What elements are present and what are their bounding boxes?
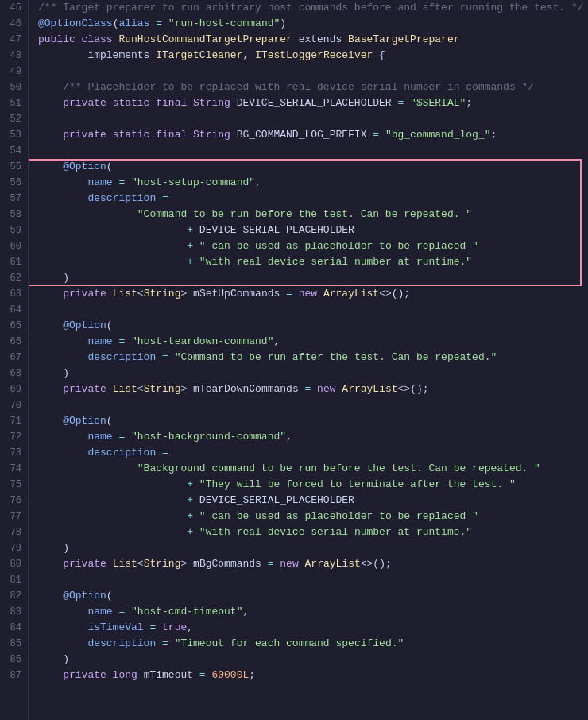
line-number: 46 — [0, 16, 21, 32]
code-line — [38, 111, 588, 127]
line-number: 58 — [0, 207, 21, 223]
line-number: 68 — [0, 366, 21, 381]
code-line: name = "host-teardown-command", — [38, 334, 588, 350]
line-number: 85 — [0, 636, 21, 652]
code-line: /** Placeholder to be replaced with real… — [38, 79, 588, 95]
line-number: 57 — [0, 191, 21, 207]
code-line: + DEVICE_SERIAL_PLACEHOLDER — [38, 223, 588, 238]
line-number: 45 — [0, 0, 21, 16]
line-number: 51 — [0, 95, 21, 111]
code-line — [38, 572, 588, 588]
code-line: private static final String DEVICE_SERIA… — [38, 95, 588, 111]
code-line: name = "host-background-command", — [38, 429, 588, 445]
line-number: 69 — [0, 381, 21, 397]
line-number: 49 — [0, 64, 21, 79]
code-line: description = "Timeout for each command … — [38, 636, 588, 652]
line-number: 82 — [0, 588, 21, 604]
line-number: 66 — [0, 334, 21, 350]
line-number: 80 — [0, 556, 21, 572]
line-number: 64 — [0, 302, 21, 318]
line-number: 47 — [0, 32, 21, 48]
code-line: name = "host-setup-command", — [38, 175, 588, 191]
line-number: 78 — [0, 525, 21, 540]
line-number: 72 — [0, 429, 21, 445]
code-line: description = — [38, 191, 588, 207]
line-number: 48 — [0, 48, 21, 64]
code-line: + "with real device serial number at run… — [38, 254, 588, 270]
code-line: @Option( — [38, 159, 588, 175]
line-number: 74 — [0, 461, 21, 477]
line-number: 70 — [0, 397, 21, 413]
code-line: "Command to be run before the test. Can … — [38, 207, 588, 223]
code-content[interactable]: /** Target preparer to run arbitrary hos… — [29, 0, 588, 720]
code-line: + "with real device serial number at run… — [38, 525, 588, 540]
code-line: ) — [38, 270, 588, 286]
line-number: 71 — [0, 413, 21, 429]
line-number: 50 — [0, 79, 21, 95]
line-number: 62 — [0, 270, 21, 286]
line-number: 59 — [0, 223, 21, 238]
code-line: ) — [38, 366, 588, 381]
line-number: 86 — [0, 652, 21, 668]
code-line: public class RunHostCommandTargetPrepare… — [38, 32, 588, 48]
line-number: 75 — [0, 477, 21, 493]
line-number: 81 — [0, 572, 21, 588]
code-line: /** Target preparer to run arbitrary hos… — [38, 0, 588, 16]
code-line: + " can be used as placeholder to be rep… — [38, 509, 588, 525]
code-line: ) — [38, 540, 588, 556]
code-line: private long mTimeout = 60000L; — [38, 668, 588, 683]
line-number: 76 — [0, 493, 21, 509]
line-number: 63 — [0, 286, 21, 302]
code-line: implements ITargetCleaner, ITestLoggerRe… — [38, 48, 588, 64]
line-number: 87 — [0, 668, 21, 683]
code-line: private List<String> mBgCommands = new A… — [38, 556, 588, 572]
code-line: + "They will be forced to terminate afte… — [38, 477, 588, 493]
line-number: 67 — [0, 350, 21, 366]
code-line: @OptionClass(alias = "run-host-command") — [38, 16, 588, 32]
code-line: name = "host-cmd-timeout", — [38, 604, 588, 620]
line-number: 55 — [0, 159, 21, 175]
code-line: "Background command to be run before the… — [38, 461, 588, 477]
code-line — [38, 143, 588, 159]
line-number: 65 — [0, 318, 21, 334]
line-number: 53 — [0, 127, 21, 143]
code-line: description = — [38, 445, 588, 461]
line-number: 61 — [0, 254, 21, 270]
line-number: 83 — [0, 604, 21, 620]
line-number: 84 — [0, 620, 21, 636]
code-line: private static final String BG_COMMAND_L… — [38, 127, 588, 143]
line-number: 77 — [0, 509, 21, 525]
code-line: private List<String> mTearDownCommands =… — [38, 381, 588, 397]
line-number: 52 — [0, 111, 21, 127]
code-line: @Option( — [38, 413, 588, 429]
line-number: 56 — [0, 175, 21, 191]
line-number: 60 — [0, 238, 21, 254]
code-editor: 4546474849505152535455565758596061626364… — [0, 0, 588, 720]
code-line: @Option( — [38, 318, 588, 334]
code-line: @Option( — [38, 588, 588, 604]
line-number: 79 — [0, 540, 21, 556]
line-number-gutter: 4546474849505152535455565758596061626364… — [0, 0, 29, 720]
code-line — [38, 397, 588, 413]
code-line: private List<String> mSetUpCommands = ne… — [38, 286, 588, 302]
code-line — [38, 302, 588, 318]
line-number: 73 — [0, 445, 21, 461]
code-line: + " can be used as placeholder to be rep… — [38, 238, 588, 254]
code-line: + DEVICE_SERIAL_PLACEHOLDER — [38, 493, 588, 509]
code-line: isTimeVal = true, — [38, 620, 588, 636]
line-number: 54 — [0, 143, 21, 159]
code-line — [38, 64, 588, 79]
code-line: description = "Command to be run after t… — [38, 350, 588, 366]
code-line: ) — [38, 652, 588, 668]
